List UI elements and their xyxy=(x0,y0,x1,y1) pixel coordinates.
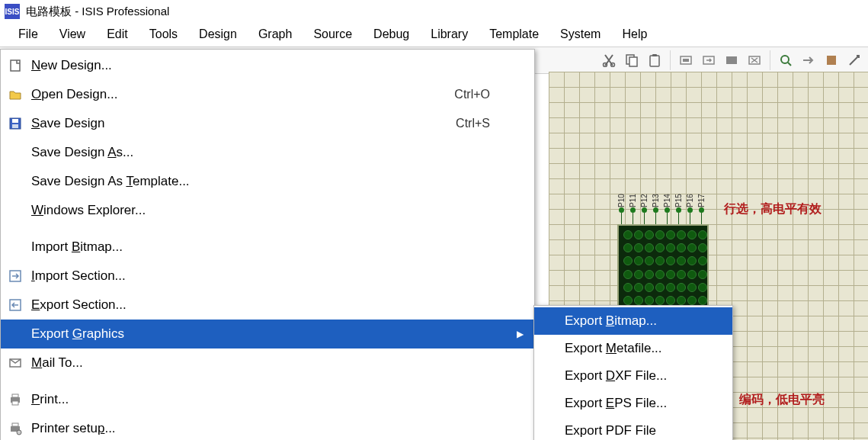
svg-rect-4 xyxy=(650,56,659,66)
menu-edit[interactable]: Edit xyxy=(96,24,139,44)
menu-file[interactable]: File xyxy=(8,24,49,44)
export-section-icon xyxy=(7,298,24,312)
title-bar: ISIS 电路模板 - ISIS Professional xyxy=(0,0,868,23)
menu-item-label: Print... xyxy=(31,392,520,407)
copy-icon[interactable] xyxy=(621,50,642,71)
menu-item-export-section[interactable]: Export Section... xyxy=(1,291,534,320)
block-copy-icon[interactable] xyxy=(675,50,697,71)
menu-debug[interactable]: Debug xyxy=(363,24,420,44)
submenu-item-export-eps[interactable]: Export EPS File... xyxy=(534,390,732,417)
menu-item-label: Export DXF File... xyxy=(565,368,717,384)
menu-item-mail-to[interactable]: Mail To... xyxy=(1,348,534,377)
menu-item-label: Export Graphics xyxy=(31,326,520,342)
menu-item-label: New Design... xyxy=(31,58,520,73)
app-icon: ISIS xyxy=(5,4,20,19)
svg-point-25 xyxy=(17,430,21,435)
mail-icon xyxy=(7,356,24,370)
save-icon xyxy=(7,117,24,130)
menu-item-label: Printer setup... xyxy=(31,421,520,436)
submenu-item-export-pdf[interactable]: Export PDF File xyxy=(534,417,732,440)
menu-item-import-section[interactable]: Import Section... xyxy=(1,262,534,291)
goto-sheet-icon[interactable] xyxy=(798,50,819,71)
menu-item-shortcut: Ctrl+O xyxy=(454,88,490,101)
export-graphics-submenu: Export Bitmap... Export Metafile... Expo… xyxy=(533,305,733,440)
cut-icon[interactable] xyxy=(598,50,620,71)
menu-item-label: Open Design... xyxy=(31,87,454,102)
submenu-item-export-bitmap[interactable]: Export Bitmap... xyxy=(534,307,732,335)
paste-icon[interactable] xyxy=(644,50,665,71)
menu-template[interactable]: Template xyxy=(479,24,549,44)
svg-rect-15 xyxy=(12,119,18,123)
menu-item-printer-setup[interactable]: Printer setup... xyxy=(1,414,534,440)
svg-rect-5 xyxy=(652,54,657,56)
menu-system[interactable]: System xyxy=(549,24,611,44)
svg-rect-21 xyxy=(12,394,18,397)
submenu-item-export-dxf[interactable]: Export DXF File... xyxy=(534,362,732,390)
menu-view[interactable]: View xyxy=(49,24,96,44)
menu-item-save-design-as[interactable]: Save Design As... xyxy=(1,138,534,167)
new-file-icon xyxy=(7,59,24,72)
menu-item-label: Export Section... xyxy=(31,297,520,313)
menu-item-print[interactable]: Print... xyxy=(1,385,534,414)
menu-item-new-design[interactable]: New Design... xyxy=(1,51,534,80)
svg-rect-9 xyxy=(726,56,737,64)
menu-library[interactable]: Library xyxy=(420,24,479,44)
menu-item-label: Export Bitmap... xyxy=(565,313,717,329)
window-title: 电路模板 - ISIS Professional xyxy=(26,5,169,19)
menu-help[interactable]: Help xyxy=(611,24,658,44)
menu-item-label: Export EPS File... xyxy=(565,396,717,411)
menu-item-windows-explorer[interactable]: Windows Explorer... xyxy=(1,196,534,225)
menu-item-label: Mail To... xyxy=(31,355,520,371)
svg-rect-24 xyxy=(12,423,18,426)
menu-design[interactable]: Design xyxy=(188,24,248,44)
menu-item-label: Save Design As... xyxy=(31,145,520,160)
block-move-icon[interactable] xyxy=(698,50,719,71)
redraw-icon[interactable] xyxy=(844,50,865,71)
zoom-icon[interactable] xyxy=(775,50,796,71)
block-rotate-icon[interactable] xyxy=(721,50,742,71)
block-delete-icon[interactable] xyxy=(744,50,765,71)
annotation-column-code: 编码，低电平亮 xyxy=(739,392,825,408)
printer-setup-icon xyxy=(7,422,24,435)
menu-item-import-bitmap[interactable]: Import Bitmap... xyxy=(1,233,534,262)
folder-open-icon xyxy=(7,88,24,101)
svg-rect-22 xyxy=(12,401,18,405)
svg-point-11 xyxy=(781,56,789,63)
menu-item-save-design[interactable]: Save Design Ctrl+S xyxy=(1,109,534,138)
svg-rect-16 xyxy=(12,124,18,128)
svg-rect-3 xyxy=(629,57,637,66)
menu-item-label: Save Design xyxy=(31,116,456,131)
import-section-icon xyxy=(7,269,24,283)
grid-icon[interactable] xyxy=(821,50,842,71)
print-icon xyxy=(7,393,24,406)
toolbar-separator xyxy=(670,50,671,70)
toolbar-separator xyxy=(770,50,770,70)
menu-item-open-design[interactable]: Open Design... Ctrl+O xyxy=(1,80,534,109)
menu-item-shortcut: Ctrl+S xyxy=(456,117,490,130)
svg-rect-13 xyxy=(11,60,20,71)
menu-item-label: Save Design As Template... xyxy=(31,174,520,189)
menu-item-label: Windows Explorer... xyxy=(31,203,520,218)
menu-item-label: Import Section... xyxy=(31,268,520,284)
menu-tools[interactable]: Tools xyxy=(139,24,188,44)
menu-bar: File View Edit Tools Design Graph Source… xyxy=(0,23,868,47)
menu-item-label: Export PDF File xyxy=(565,423,717,438)
menu-item-label: Export Metafile... xyxy=(565,341,717,356)
svg-rect-12 xyxy=(827,56,836,65)
svg-rect-7 xyxy=(683,59,689,62)
led-matrix-component[interactable] xyxy=(617,224,709,312)
annotation-row-select: 行选，高电平有效 xyxy=(724,201,822,217)
menu-item-label: Import Bitmap... xyxy=(31,239,520,255)
submenu-item-export-metafile[interactable]: Export Metafile... xyxy=(534,335,732,362)
file-menu-dropdown: New Design... Open Design... Ctrl+O Save… xyxy=(0,49,535,440)
menu-source[interactable]: Source xyxy=(303,24,363,44)
submenu-arrow-icon: ▶ xyxy=(517,329,524,339)
menu-graph[interactable]: Graph xyxy=(248,24,303,44)
menu-item-export-graphics[interactable]: Export Graphics ▶ xyxy=(1,320,534,348)
menu-item-save-as-template[interactable]: Save Design As Template... xyxy=(1,167,534,196)
